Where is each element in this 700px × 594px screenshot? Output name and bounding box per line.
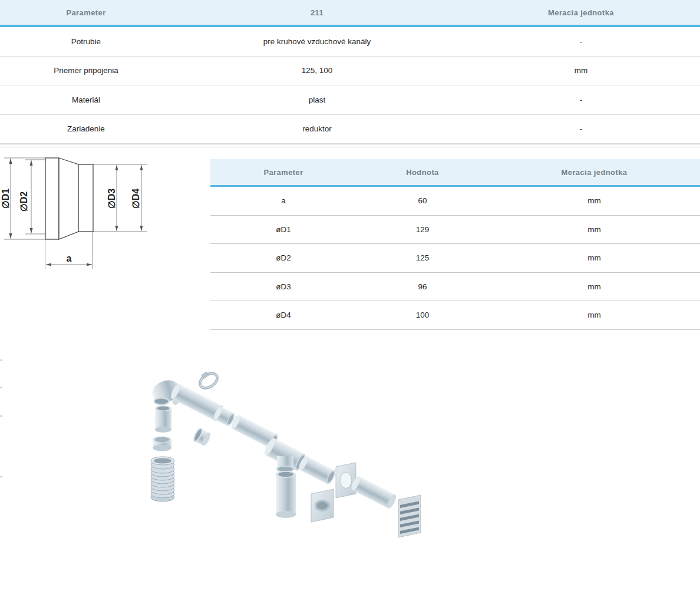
unit-cell: -: [462, 95, 700, 104]
value-cell: 100: [356, 311, 488, 319]
diagram-label-d1: ∅D1: [1, 189, 11, 209]
vent-grille: [398, 495, 421, 537]
wall-plate-collar: [311, 489, 334, 522]
spec-table-header-row: Parameter 211 Meracia jednotka: [0, 0, 700, 27]
table-row: øD4 100 mm: [210, 301, 700, 330]
short-pipe: [155, 405, 171, 433]
unit-cell: mm: [488, 225, 700, 234]
param-cell: øD4: [210, 311, 356, 319]
value-cell: pre kruhové vzduchové kanály: [172, 37, 462, 46]
diagram-label-a: a: [67, 253, 72, 263]
param-cell: a: [210, 196, 356, 205]
param-cell: øD1: [210, 225, 356, 234]
hose-clamp: [196, 368, 220, 391]
product-spec-table: Parameter 211 Meracia jednotka Potrubie …: [0, 0, 700, 147]
unit-cell: mm: [488, 311, 700, 319]
left-edge-artifact: [0, 476, 2, 477]
dim-table-header-row: Parameter Hodnota Meracia jednotka: [210, 159, 700, 187]
spec-col-unit: Meracia jednotka: [462, 8, 700, 17]
left-edge-artifact: [0, 359, 2, 361]
flexible-duct: [151, 457, 174, 501]
left-edge-artifact: [0, 387, 2, 388]
value-cell: 96: [356, 282, 488, 291]
table-row: Potrubie pre kruhové vzduchové kanály -: [0, 27, 700, 57]
diagram-label-d2: ∅D2: [19, 192, 29, 212]
wall-plate: [336, 463, 356, 498]
value-cell: 60: [356, 196, 488, 205]
value-cell: 125: [356, 253, 488, 262]
dimensions-table: Parameter Hodnota Meracia jednotka a 60 …: [210, 159, 700, 330]
param-cell: Priemer pripojenia: [0, 66, 172, 75]
small-connector-ring: [193, 427, 212, 447]
reducer-body-outline: [45, 158, 93, 239]
value-cell: reduktor: [172, 124, 462, 133]
dim-col-value: Hodnota: [356, 168, 488, 177]
table-row: øD1 129 mm: [210, 216, 700, 245]
left-edge-artifact: [0, 415, 2, 417]
spec-col-parameter: Parameter: [0, 8, 172, 17]
spec-col-model: 211: [172, 8, 462, 17]
diagram-label-d4: ∅D4: [131, 189, 141, 209]
param-cell: Potrubie: [0, 37, 172, 46]
value-cell: plast: [172, 95, 462, 104]
table-row: Materiál plast -: [0, 85, 700, 115]
duct-pipe: [350, 475, 398, 510]
unit-cell: -: [462, 124, 700, 133]
unit-cell: mm: [488, 253, 700, 262]
unit-cell: mm: [488, 196, 700, 205]
duct-kit-illustration: [134, 352, 441, 553]
vertical-duct-pipe: [276, 471, 296, 518]
table-row: a 60 mm: [210, 187, 700, 216]
dim-col-parameter: Parameter: [210, 168, 356, 177]
dimension-diagram: ∅D1 ∅D2 ∅D3 ∅D4 a: [0, 152, 153, 279]
dim-col-unit: Meracia jednotka: [488, 168, 700, 177]
table-row: Priemer pripojenia 125, 100 mm: [0, 57, 700, 86]
table-row: øD3 96 mm: [210, 273, 700, 302]
param-cell: øD2: [210, 253, 356, 262]
param-cell: Zariadenie: [0, 124, 172, 133]
duct-pipe: [298, 455, 337, 485]
product-spec-page: Parameter 211 Meracia jednotka Potrubie …: [0, 0, 700, 594]
diagram-label-d3: ∅D3: [107, 189, 117, 209]
unit-cell: mm: [488, 282, 700, 291]
table-row: Zariadenie reduktor -: [0, 115, 700, 144]
unit-cell: mm: [462, 66, 700, 75]
table-row: øD2 125 mm: [210, 244, 700, 273]
value-cell: 125, 100: [172, 66, 462, 75]
unit-cell: -: [462, 37, 700, 46]
param-cell: øD3: [210, 282, 356, 291]
value-cell: 129: [356, 225, 488, 234]
flex-duct-connector: [153, 437, 171, 451]
table-bottom-double-rule: [0, 144, 700, 147]
param-cell: Materiál: [0, 95, 172, 104]
